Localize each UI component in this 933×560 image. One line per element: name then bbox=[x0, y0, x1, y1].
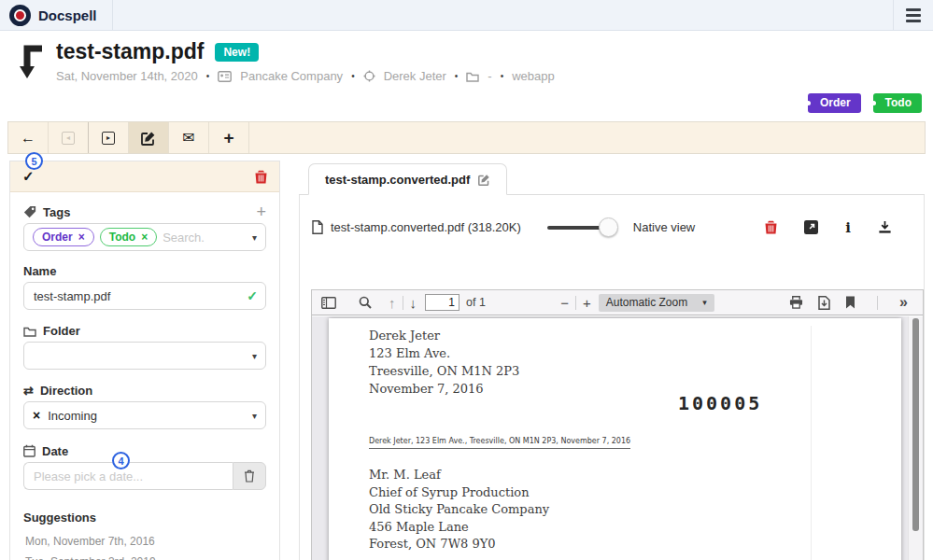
address-card-icon bbox=[218, 71, 232, 82]
docspell-logo-icon bbox=[9, 5, 31, 26]
caret-down-icon: ▾ bbox=[702, 298, 707, 307]
suggestions-label: Suggestions bbox=[23, 511, 266, 525]
caret-square-right-icon: ▸ bbox=[102, 132, 115, 145]
person-icon bbox=[363, 70, 375, 82]
toggle-knob-icon bbox=[599, 217, 618, 237]
selected-tag-order: Order × bbox=[33, 228, 94, 246]
new-badge: New! bbox=[215, 43, 259, 62]
edit-sidebar: 5 ✓ Tags + Order × Todo × bbox=[9, 161, 280, 560]
top-navbar: Docspell bbox=[0, 0, 933, 31]
date-input[interactable] bbox=[23, 462, 233, 490]
page-up-button[interactable]: ↑ bbox=[389, 295, 396, 311]
concerning-link[interactable]: Derek Jeter bbox=[384, 69, 446, 83]
folder-icon bbox=[23, 326, 36, 337]
add-files-button[interactable]: + bbox=[209, 122, 249, 153]
pdf-search-button[interactable] bbox=[359, 296, 372, 309]
envelope-icon: ✉ bbox=[182, 129, 194, 147]
attachment-tab[interactable]: test-stamp.converted.pdf bbox=[308, 163, 507, 195]
fold-mark bbox=[811, 326, 812, 560]
tags-multiselect[interactable]: Order × Todo × Search. ▾ bbox=[23, 223, 266, 251]
native-view-toggle[interactable] bbox=[547, 217, 620, 237]
back-icon: ← bbox=[21, 130, 35, 147]
page-number-input[interactable] bbox=[425, 294, 459, 311]
recipient-address-block: Mr. M. Leaf Chief of Syrup Production Ol… bbox=[369, 467, 549, 553]
correspondent-link[interactable]: Pancake Company bbox=[240, 69, 343, 83]
edit-mode-button[interactable] bbox=[129, 122, 169, 153]
pdf-scrollbar[interactable] bbox=[908, 316, 923, 560]
external-link-square-icon bbox=[804, 220, 818, 234]
tags-section-label: Tags + bbox=[23, 205, 266, 218]
item-date: Sat, November 14th, 2020 bbox=[56, 69, 198, 83]
docspell-app: Docspell test-stamp.pdf New! Sat, Novemb… bbox=[0, 0, 933, 560]
direction-section-label: ⇄ Direction bbox=[23, 385, 266, 397]
file-name-label: test-stamp.converted.pdf (318.20K) bbox=[331, 220, 521, 234]
save-file-button[interactable] bbox=[818, 296, 830, 310]
caret-square-left-icon: ◂ bbox=[62, 132, 75, 145]
open-in-new-tab-button[interactable] bbox=[804, 220, 818, 234]
name-input[interactable] bbox=[23, 282, 266, 310]
item-tag-list: Order Todo bbox=[796, 93, 922, 113]
print-button[interactable] bbox=[789, 296, 803, 309]
scrollbar-thumb[interactable] bbox=[912, 318, 919, 531]
tags-search-placeholder: Search. bbox=[163, 231, 205, 245]
add-tag-button[interactable]: + bbox=[256, 206, 266, 218]
hamburger-icon bbox=[906, 8, 921, 22]
calendar-icon bbox=[23, 444, 35, 457]
date-suggestions: Mon, November 7th, 2016 Tue, September 3… bbox=[23, 531, 266, 560]
name-section-label: Name bbox=[23, 265, 266, 277]
sidebar-header: 5 ✓ bbox=[10, 161, 279, 192]
tag-order[interactable]: Order bbox=[808, 93, 861, 113]
page-count-label: of 1 bbox=[466, 296, 486, 309]
file-info-bar: test-stamp.converted.pdf (318.20K) Nativ… bbox=[300, 195, 924, 237]
zoom-in-button[interactable]: + bbox=[583, 295, 591, 311]
caret-down-icon: ▾ bbox=[252, 351, 257, 361]
date-section-label: Date bbox=[23, 444, 266, 457]
send-mail-button[interactable]: ✉ bbox=[169, 122, 209, 153]
main-menu-button[interactable] bbox=[893, 0, 933, 30]
trash-icon bbox=[255, 170, 267, 184]
native-view-label: Native view bbox=[633, 220, 695, 234]
pdf-canvas: Derek Jeter 123 Elm Ave. Treesville, ON … bbox=[312, 316, 923, 560]
confirm-count-badge: 5 bbox=[25, 152, 43, 170]
envelope-window-line: Derek Jeter, 123 Elm Ave., Treesville, O… bbox=[369, 437, 630, 449]
search-icon bbox=[359, 296, 372, 309]
selected-tag-todo: Todo × bbox=[100, 228, 157, 246]
delete-item-button[interactable] bbox=[255, 170, 267, 184]
zoom-level-select[interactable]: Automatic Zoom ▾ bbox=[599, 294, 714, 312]
confirm-button[interactable]: ✓ bbox=[22, 168, 35, 185]
sender-address-block: Derek Jeter 123 Elm Ave. Treesville, ON … bbox=[369, 327, 519, 398]
zoom-out-button[interactable]: − bbox=[560, 295, 569, 311]
back-button[interactable]: ← bbox=[8, 122, 49, 153]
trash-icon bbox=[765, 220, 777, 234]
save-icon bbox=[818, 296, 830, 310]
clear-direction-icon[interactable]: × bbox=[33, 408, 40, 423]
suggestion-item[interactable]: Mon, November 7th, 2016 bbox=[23, 531, 266, 552]
folder-select[interactable]: ▾ bbox=[23, 342, 266, 370]
plus-icon: + bbox=[223, 128, 233, 148]
folder-section-label: Folder bbox=[23, 325, 266, 337]
download-button[interactable] bbox=[878, 220, 892, 234]
download-icon bbox=[878, 220, 892, 234]
caret-down-icon: ▾ bbox=[252, 411, 257, 421]
prev-item-button[interactable]: ◂ bbox=[49, 122, 89, 153]
item-title: test-stamp.pdf bbox=[56, 39, 204, 64]
delete-attachment-button[interactable] bbox=[765, 220, 777, 234]
tag-todo[interactable]: Todo bbox=[873, 93, 922, 113]
more-tools-button[interactable]: » bbox=[899, 294, 908, 311]
next-item-button[interactable]: ▸ bbox=[89, 122, 129, 153]
info-icon[interactable]: i bbox=[845, 219, 851, 236]
clear-date-button[interactable] bbox=[233, 462, 266, 490]
remove-tag-order-icon[interactable]: × bbox=[78, 231, 85, 244]
direction-select[interactable]: × Incoming ▾ bbox=[23, 401, 266, 429]
brand-home-link[interactable]: Docspell bbox=[0, 0, 113, 30]
swap-arrows-icon: ⇄ bbox=[23, 385, 34, 397]
suggestion-item[interactable]: Tue, September 3rd, 2019 bbox=[23, 552, 266, 560]
pdf-sidebar-toggle-button[interactable] bbox=[321, 297, 336, 309]
remove-tag-todo-icon[interactable]: × bbox=[141, 231, 148, 244]
sidebar-toggle-icon bbox=[321, 297, 336, 309]
tags-icon bbox=[23, 205, 36, 218]
level-down-icon bbox=[17, 42, 45, 83]
page-down-button[interactable]: ↓ bbox=[410, 295, 417, 311]
bookmark-button[interactable] bbox=[845, 296, 855, 309]
file-icon bbox=[312, 220, 323, 234]
